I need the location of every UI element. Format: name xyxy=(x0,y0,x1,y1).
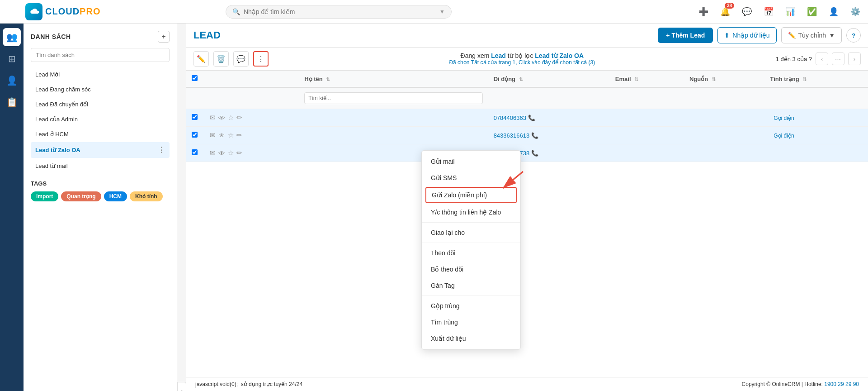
add-nav-icon[interactable]: ➕ xyxy=(696,5,711,19)
search-name-cell xyxy=(299,87,488,109)
row2-phone-link[interactable]: 84336316613 📞 xyxy=(494,132,604,139)
row3-eye-icon[interactable]: 👁 xyxy=(218,149,225,157)
row3-status xyxy=(764,144,868,162)
notification-icon[interactable]: 🔔 38 xyxy=(718,5,732,19)
sub-header-left: LEAD xyxy=(193,29,221,41)
table-wrapper: Họ tên ⇅ Di động ⇅ Email ⇅ Nguồn ⇅ Tình … xyxy=(186,71,868,377)
search-name-input[interactable] xyxy=(304,92,482,104)
collapse-panel-button[interactable]: ‹ xyxy=(177,382,186,391)
toolbar-right: 1 đến 3 của ? ‹ ⋯ › xyxy=(776,52,861,65)
customize-icon: ✏️ xyxy=(788,32,796,39)
list-item-lead-zalo[interactable]: Lead từ Zalo OA ⋮ xyxy=(31,142,170,158)
dropdown-item-xuat-du-lieu[interactable]: Xuất dữ liệu xyxy=(422,330,520,347)
next-page-button[interactable]: › xyxy=(848,52,861,65)
row1-send-icon[interactable]: ✉ xyxy=(210,114,216,122)
help-button[interactable]: ? xyxy=(846,28,861,43)
row1-edit-icon[interactable]: ✏ xyxy=(236,114,242,122)
row2-star-icon[interactable]: ☆ xyxy=(228,131,234,139)
checklist-icon[interactable]: ✅ xyxy=(805,5,819,19)
edit-toolbar-button[interactable]: ✏️ xyxy=(193,51,209,67)
th-name[interactable]: Họ tên ⇅ xyxy=(299,71,488,87)
calendar-icon[interactable]: 📅 xyxy=(761,5,776,19)
message-toolbar-button[interactable]: 💬 xyxy=(233,51,249,67)
customize-button[interactable]: ✏️ Tùy chỉnh ▼ xyxy=(781,27,842,43)
left-panel: DANH SÁCH + Lead Mới Lead Đang chăm sóc … xyxy=(24,24,177,391)
left-sidebar: 👥 ⊞ 👤 📋 xyxy=(0,24,24,391)
row1-star-icon[interactable]: ☆ xyxy=(228,114,234,122)
row1-eye-icon[interactable]: 👁 xyxy=(218,114,225,122)
add-list-button[interactable]: + xyxy=(158,31,170,43)
chart-icon[interactable]: 📊 xyxy=(783,5,797,19)
list-item-lead-admin[interactable]: Lead của Admin xyxy=(31,112,170,126)
row1-phone-link[interactable]: 0784406363 📞 xyxy=(494,114,604,121)
row3-star-icon[interactable]: ☆ xyxy=(228,149,234,157)
select-all-checkbox[interactable] xyxy=(192,75,198,81)
list-item-dots-icon[interactable]: ⋮ xyxy=(158,146,165,154)
user-nav-icon[interactable]: 👤 xyxy=(826,5,841,19)
nav-icons-area: ➕ 🔔 38 💬 📅 📊 ✅ 👤 ⚙️ xyxy=(696,5,863,19)
logo-icon xyxy=(25,3,42,20)
dropdown-item-gop-trung[interactable]: Gộp trùng xyxy=(422,298,520,314)
tag-quan-trong[interactable]: Quan trọng xyxy=(61,191,101,201)
tag-kho-tinh[interactable]: Khó tính xyxy=(130,191,163,201)
tag-import[interactable]: import xyxy=(31,191,58,201)
row3-checkbox[interactable] xyxy=(192,149,198,155)
add-lead-button[interactable]: + Thêm Lead xyxy=(658,28,713,43)
import-button[interactable]: ⬆ Nhập dữ liệu xyxy=(717,27,776,43)
tag-hcm[interactable]: HCM xyxy=(104,191,127,201)
row2-checkbox[interactable] xyxy=(192,132,198,138)
dropdown-item-gui-mail[interactable]: Gửi mail xyxy=(422,153,520,170)
import-icon: ⬆ xyxy=(724,32,730,39)
row2-status-badge: Gọi điện xyxy=(770,131,797,140)
more-pages-button[interactable]: ⋯ xyxy=(832,52,844,65)
row3-email xyxy=(610,144,684,162)
dropdown-item-theo-doi[interactable]: Theo dõi xyxy=(422,245,520,261)
th-source[interactable]: Nguồn ⇅ xyxy=(684,71,764,87)
more-toolbar-button[interactable]: ⋮ xyxy=(253,51,269,67)
row2-status: Gọi điện xyxy=(764,127,868,144)
dropdown-item-tim-trung[interactable]: Tìm trùng xyxy=(422,314,520,330)
row1-status: Gọi điện xyxy=(764,109,868,127)
select-all-text[interactable]: Đã chọn Tất cả của trang 1, Click vào đâ… xyxy=(449,59,595,66)
list-item-lead-mail[interactable]: Lead từ mail xyxy=(31,159,170,173)
th-status[interactable]: Tình trạng ⇅ xyxy=(764,71,868,87)
row1-checkbox[interactable] xyxy=(192,114,198,120)
row1-phone: 0784406363 📞 xyxy=(488,109,610,127)
sidebar-users-icon[interactable]: 👥 xyxy=(3,28,21,46)
red-arrow-indicator xyxy=(489,169,525,196)
dropdown-item-bo-theo-doi[interactable]: Bỏ theo dõi xyxy=(422,261,520,277)
dropdown-item-yc-zalo[interactable]: Y/c thông tin liên hệ Zalo xyxy=(422,204,520,220)
sub-header-right: + Thêm Lead ⬆ Nhập dữ liệu ✏️ Tùy chỉnh … xyxy=(658,27,861,43)
prev-page-button[interactable]: ‹ xyxy=(816,52,828,65)
logo-text: CLOUDPRO xyxy=(45,6,100,17)
search-list-input[interactable] xyxy=(31,48,170,62)
th-email[interactable]: Email ⇅ xyxy=(610,71,684,87)
th-phone[interactable]: Di động ⇅ xyxy=(488,71,610,87)
row3-send-icon[interactable]: ✉ xyxy=(210,149,216,157)
list-item-lead-moi[interactable]: Lead Mới xyxy=(31,67,170,81)
tags-section: TAGS import Quan trọng HCM Khó tính xyxy=(31,180,170,201)
settings-icon[interactable]: ⚙️ xyxy=(848,5,863,19)
hamburger-menu[interactable] xyxy=(5,5,20,19)
row3-checkbox-cell xyxy=(186,144,204,162)
row2-edit-icon[interactable]: ✏ xyxy=(236,131,242,139)
footer-hotline-link[interactable]: 1900 29 29 90 xyxy=(824,381,859,387)
sidebar-list-icon[interactable]: 📋 xyxy=(3,93,21,111)
list-item-lead-hcm[interactable]: Lead ở HCM xyxy=(31,127,170,141)
delete-toolbar-button[interactable]: 🗑️ xyxy=(213,51,229,67)
row2-email xyxy=(610,127,684,144)
chat-icon[interactable]: 💬 xyxy=(740,5,754,19)
dropdown-item-giao-lai[interactable]: Giao lại cho xyxy=(422,224,520,241)
list-item-lead-chuyen-doi[interactable]: Lead Đã chuyển đổi xyxy=(31,97,170,111)
dropdown-item-gan-tag[interactable]: Gán Tag xyxy=(422,277,520,294)
search-bar[interactable]: 🔍 ▼ xyxy=(226,5,452,19)
search-input[interactable] xyxy=(244,8,436,15)
sidebar-grid-icon[interactable]: ⊞ xyxy=(3,50,21,68)
footer-left: javascript:void(0); sử dụng trực tuyến 2… xyxy=(195,381,302,387)
list-item-lead-dang-cham-soc[interactable]: Lead Đang chăm sóc xyxy=(31,82,170,96)
footer: javascript:void(0); sử dụng trực tuyến 2… xyxy=(186,377,868,391)
row2-send-icon[interactable]: ✉ xyxy=(210,131,216,139)
sidebar-person-icon[interactable]: 👤 xyxy=(3,72,21,90)
row3-edit-icon[interactable]: ✏ xyxy=(236,149,242,157)
row2-eye-icon[interactable]: 👁 xyxy=(218,132,225,139)
